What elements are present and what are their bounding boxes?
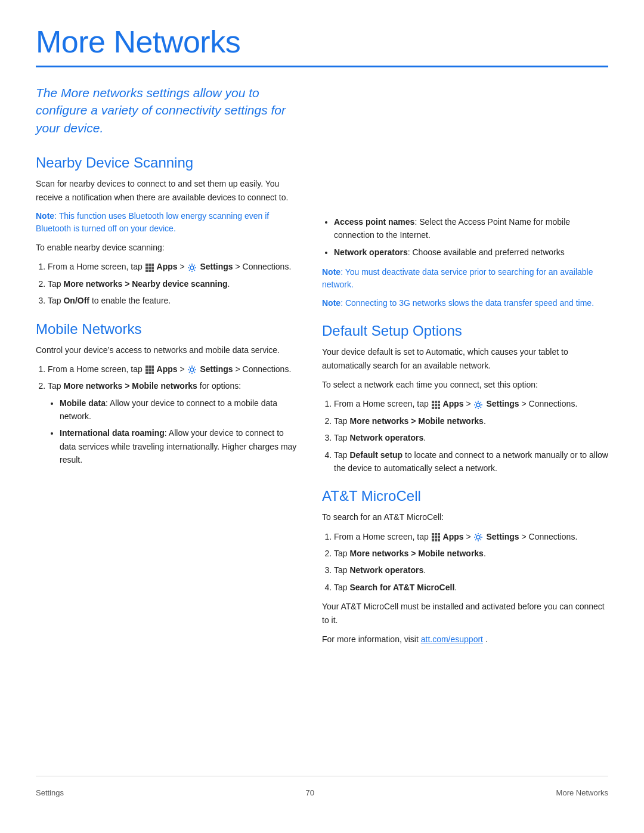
default-settings-label: Settings — [486, 399, 519, 408]
svg-rect-7 — [148, 270, 151, 272]
svg-rect-4 — [148, 267, 151, 269]
att-step1-pre: From a Home screen, tap — [334, 532, 431, 541]
att-step-1: From a Home screen, tap Apps > — [334, 530, 608, 543]
att-apps-label: Apps — [443, 532, 464, 541]
default-step4-bold: Default setup — [349, 450, 402, 460]
att-step1-arrow: > — [466, 532, 473, 541]
default-step3-bold: Network operators — [349, 433, 423, 442]
nearby-step1-pre: From a Home screen, tap — [48, 262, 145, 271]
svg-rect-33 — [432, 536, 434, 538]
svg-rect-18 — [151, 371, 154, 374]
att-link[interactable]: att.com/esupport — [421, 634, 483, 644]
mobile-step1-connections: > Connections. — [236, 364, 292, 374]
mobile-data-label: Mobile data — [60, 398, 106, 408]
mobile-option-roaming: International data roaming: Allow your d… — [60, 426, 298, 466]
att-intro: To search for an AT&T MicroCell: — [322, 510, 608, 524]
svg-rect-16 — [145, 371, 148, 374]
svg-rect-10 — [145, 366, 148, 368]
right-apn-label: Access point names — [334, 217, 414, 227]
svg-rect-28 — [438, 407, 440, 409]
default-step1-pre: From a Home screen, tap — [334, 399, 431, 408]
right-operators-rest: : Choose available and preferred network… — [408, 247, 565, 257]
apps-icon-4 — [432, 533, 440, 541]
att-step-3: Tap Network operators. — [334, 563, 608, 577]
settings-icon-2 — [187, 365, 197, 374]
default-steps-list: From a Home screen, tap Apps > — [322, 397, 608, 475]
nearby-step-3: Tap On/Off to enable the feature. — [48, 294, 298, 307]
default-body-2: To select a network each time you connec… — [322, 378, 608, 391]
apps-icon-3 — [432, 401, 440, 409]
default-step2-bold: More networks > Mobile networks — [349, 416, 483, 426]
svg-rect-12 — [151, 366, 154, 368]
svg-rect-5 — [151, 267, 154, 269]
svg-rect-14 — [148, 368, 151, 371]
nearby-note: Note: This function uses Bluetooth low e… — [36, 210, 298, 235]
mobile-body: Control your device’s access to networks… — [36, 343, 298, 357]
nearby-section-title: Nearby Device Scanning — [36, 154, 298, 171]
nearby-apps-label: Apps — [157, 262, 178, 271]
svg-rect-20 — [432, 401, 434, 403]
svg-point-19 — [190, 368, 194, 371]
nearby-steps-list: From a Home screen, tap Apps > — [36, 260, 298, 307]
svg-rect-32 — [438, 533, 440, 535]
att-step-2: Tap More networks > Mobile networks. — [334, 547, 608, 560]
mobile-step-2: Tap More networks > Mobile networks for … — [48, 379, 298, 466]
att-settings-label: Settings — [486, 532, 519, 541]
right-operators-label: Network operators — [334, 247, 408, 257]
right-note2-rest: : Connecting to 3G networks slows the da… — [340, 298, 594, 308]
svg-rect-27 — [435, 407, 437, 409]
right-note-1: Note: You must deactivate data service p… — [322, 266, 608, 291]
svg-rect-1 — [148, 264, 151, 266]
page-footer: Settings 70 More Networks — [36, 776, 608, 797]
right-column: Access point names: Select the Access Po… — [322, 84, 608, 776]
page: More Networks The More networks settings… — [0, 0, 644, 833]
svg-rect-13 — [145, 368, 148, 371]
svg-rect-22 — [438, 401, 440, 403]
nearby-note-label: Note — [36, 211, 54, 221]
nearby-note-rest: : This function uses Bluetooth low energ… — [36, 211, 269, 233]
svg-rect-38 — [438, 539, 440, 541]
footer-right: More Networks — [556, 788, 608, 797]
default-section-title: Default Setup Options — [322, 323, 608, 339]
nearby-step3-bold: On/Off — [63, 296, 89, 305]
svg-rect-21 — [435, 401, 437, 403]
att-section-title: AT&T MicroCell — [322, 488, 608, 504]
right-note1-rest: : You must deactivate data service prior… — [322, 267, 593, 289]
svg-point-9 — [190, 266, 194, 270]
default-step1-arrow: > — [466, 399, 473, 408]
mobile-step1-arrow: > — [179, 364, 187, 374]
default-step-1: From a Home screen, tap Apps > — [334, 397, 608, 410]
nearby-body: Scan for nearby devices to connect to an… — [36, 177, 298, 204]
content-area: The More networks settings allow you to … — [36, 84, 608, 776]
att-step3-bold: Network operators — [349, 565, 423, 575]
att-body2-post: . — [485, 634, 488, 644]
right-note-2: Note: Connecting to 3G networks slows th… — [322, 297, 608, 309]
mobile-section-title: Mobile Networks — [36, 321, 298, 337]
default-step-3: Tap Network operators. — [334, 431, 608, 444]
att-body2-pre: For more information, visit — [322, 634, 419, 644]
apps-icon-2 — [145, 366, 154, 374]
svg-rect-24 — [435, 404, 437, 406]
svg-rect-25 — [438, 404, 440, 406]
svg-rect-30 — [432, 533, 434, 535]
right-note1-label: Note — [322, 267, 340, 277]
att-step2-bold: More networks > Mobile networks — [349, 549, 483, 558]
nearby-step-1: From a Home screen, tap Apps > — [48, 260, 298, 273]
settings-icon-4 — [473, 532, 483, 542]
apps-icon — [145, 264, 154, 272]
right-mobile-bullets: Access point names: Select the Access Po… — [322, 215, 608, 259]
svg-rect-37 — [435, 539, 437, 541]
nearby-enable-label: To enable nearby device scanning: — [36, 241, 298, 254]
svg-rect-8 — [151, 270, 154, 272]
mobile-settings-label: Settings — [200, 364, 233, 374]
svg-rect-31 — [435, 533, 437, 535]
right-bullet-operators: Network operators: Choose available and … — [334, 246, 608, 259]
svg-point-29 — [476, 403, 480, 407]
svg-rect-6 — [145, 270, 148, 272]
default-step-2: Tap More networks > Mobile networks. — [334, 414, 608, 428]
att-step4-bold: Search for AT&T MicroCell — [349, 583, 454, 592]
mobile-options-list: Mobile data: Allow your device to connec… — [48, 397, 298, 467]
left-column: The More networks settings allow you to … — [36, 84, 298, 776]
svg-rect-2 — [151, 264, 154, 266]
footer-left: Settings — [36, 788, 64, 797]
